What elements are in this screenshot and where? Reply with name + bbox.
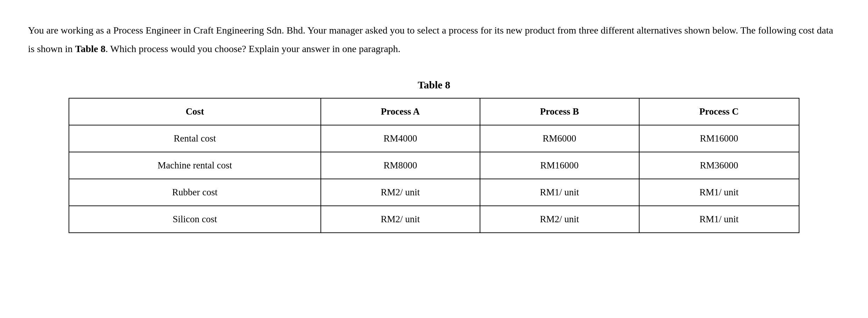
col-header-process-a: Process A xyxy=(321,98,480,125)
col-header-cost: Cost xyxy=(69,98,321,125)
col-header-process-b: Process B xyxy=(480,98,639,125)
intro-text-after-bold: . Which process would you choose? Explai… xyxy=(105,43,400,54)
table-reference-bold: Table 8 xyxy=(75,43,106,54)
table-row: Rubber costRM2/ unitRM1/ unitRM1/ unit xyxy=(69,179,799,206)
table-cell-r0-c2: RM6000 xyxy=(480,125,639,152)
table-row: Machine rental costRM8000RM16000RM36000 xyxy=(69,152,799,179)
table-cell-r2-c2: RM1/ unit xyxy=(480,179,639,206)
table-cell-r0-c1: RM4000 xyxy=(321,125,480,152)
table-cell-r2-c0: Rubber cost xyxy=(69,179,321,206)
table-row: Silicon costRM2/ unitRM2/ unitRM1/ unit xyxy=(69,206,799,233)
table-header-row: Cost Process A Process B Process C xyxy=(69,98,799,125)
table-cell-r1-c0: Machine rental cost xyxy=(69,152,321,179)
table-section: Table 8 Cost Process A Process B Process… xyxy=(28,79,840,233)
cost-comparison-table: Cost Process A Process B Process C Renta… xyxy=(69,98,799,233)
table-row: Rental costRM4000RM6000RM16000 xyxy=(69,125,799,152)
table-cell-r3-c0: Silicon cost xyxy=(69,206,321,233)
table-cell-r2-c1: RM2/ unit xyxy=(321,179,480,206)
table-cell-r0-c0: Rental cost xyxy=(69,125,321,152)
intro-paragraph: You are working as a Process Engineer in… xyxy=(28,21,840,58)
table-cell-r3-c2: RM2/ unit xyxy=(480,206,639,233)
col-header-process-c: Process C xyxy=(639,98,799,125)
table-cell-r0-c3: RM16000 xyxy=(639,125,799,152)
table-cell-r3-c1: RM2/ unit xyxy=(321,206,480,233)
table-cell-r1-c2: RM16000 xyxy=(480,152,639,179)
table-cell-r3-c3: RM1/ unit xyxy=(639,206,799,233)
table-cell-r1-c1: RM8000 xyxy=(321,152,480,179)
table-cell-r1-c3: RM36000 xyxy=(639,152,799,179)
table-cell-r2-c3: RM1/ unit xyxy=(639,179,799,206)
table-title: Table 8 xyxy=(418,79,450,91)
